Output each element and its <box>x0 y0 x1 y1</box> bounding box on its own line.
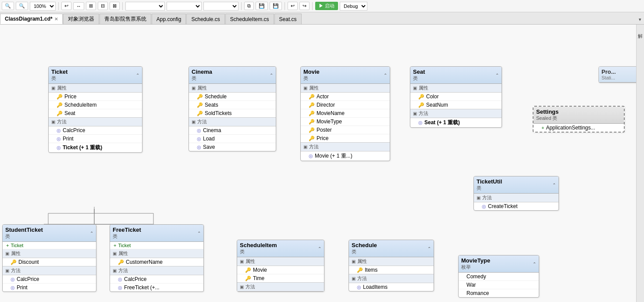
circle-icon: ◎ <box>57 128 61 133</box>
circle-icon: ◎ <box>11 285 15 291</box>
ticket-attr-label: 属性 <box>57 85 67 91</box>
cinema-attr-label: 属性 <box>197 85 207 91</box>
movie-collapse[interactable]: ⌃ <box>384 73 387 78</box>
undo2-button[interactable]: ↩ <box>288 2 298 10</box>
save-all-button[interactable]: 💾 <box>270 2 282 10</box>
zoom-out-button[interactable]: 🔍 <box>16 2 28 10</box>
zoom-level-select[interactable]: 100% <box>30 2 56 11</box>
schedule-header: Schedule 类 ⌃ <box>349 240 434 257</box>
scheduleitem-attr-toggle[interactable]: ▣ <box>240 259 244 264</box>
close-classdiagram-icon[interactable]: ✕ <box>54 17 58 22</box>
schedule-attr-toggle[interactable]: ▣ <box>352 259 356 264</box>
movie-attr-price: 🔑 Price <box>301 134 390 142</box>
platform-select[interactable] <box>203 2 238 11</box>
ticket-attributes-header: ▣ 属性 <box>49 84 142 93</box>
undo-button[interactable]: ↩ <box>61 2 71 10</box>
diagram-canvas[interactable]: Ticket 类 ⌃ ▣ 属性 🔑 Price 🔑 ScheduleItem <box>0 25 636 302</box>
scheduleitem-collapse[interactable]: ⌃ <box>318 246 321 251</box>
freeticket-collapse[interactable]: ⌃ <box>197 231 201 236</box>
grid-button[interactable]: ⊞ <box>86 2 96 10</box>
key-icon: 🔑 <box>357 267 363 273</box>
copy-button[interactable]: ⧉ <box>244 2 254 10</box>
ticket-methods-section: ▣ 方法 ◎ CalcPrice ◎ Print ◎ Ticket (+ 1 重… <box>49 118 142 152</box>
schedule-method-loaditems: ◎ LoadItems <box>349 283 434 291</box>
schedule-methods-section: ▣ 方法 ◎ LoadItems <box>349 274 434 291</box>
circle-icon: ◎ <box>57 136 61 142</box>
freeticket-attr-toggle[interactable]: ▣ <box>113 251 117 256</box>
ticket-title: Ticket <box>51 68 68 75</box>
ticketutil-method-toggle[interactable]: ▣ <box>477 195 480 200</box>
studentticket-method-print: ◎ Print <box>3 284 96 291</box>
movie-method-toggle[interactable]: ▣ <box>303 144 307 149</box>
target-select[interactable] <box>125 2 165 11</box>
cinema-collapse[interactable]: ⌃ <box>270 73 273 78</box>
circle-icon: ◎ <box>418 120 423 126</box>
tab-overflow[interactable]: ▾ <box>636 15 644 24</box>
tab-cinematicket[interactable]: 青岛影院售票系统 <box>100 14 151 24</box>
key-icon: 🔑 <box>309 136 315 141</box>
tab-objectbrowser[interactable]: 对象浏览器 <box>63 14 99 24</box>
tab-seatcs-label: Seat.cs <box>279 16 297 22</box>
movie-poster: Poster <box>317 127 332 133</box>
ticket-methods-header: ▣ 方法 <box>49 118 142 126</box>
freeticket-method-toggle[interactable]: ▣ <box>113 268 117 273</box>
movie-methods-header: ▣ 方法 <box>301 143 390 151</box>
movietype-title: MovieType <box>461 257 490 264</box>
key-icon: 🔑 <box>118 259 124 265</box>
ticketutil-collapse[interactable]: ⌃ <box>552 183 556 187</box>
ticket-attr-toggle[interactable]: ▣ <box>51 86 55 90</box>
studentticket-collapse[interactable]: ⌃ <box>90 231 93 236</box>
cinema-method-save: ◎ Save <box>189 143 276 151</box>
tab-schedulecs[interactable]: Schedule.cs <box>186 14 224 24</box>
separator-5 <box>312 2 313 10</box>
fit-button[interactable]: ↔ <box>73 2 84 10</box>
movietype-collapse[interactable]: ⌃ <box>533 262 536 266</box>
scheduleitem-class: ScheduleItem 类 ⌃ ▣ 属性 🔑 Movie 🔑 Time <box>237 240 324 292</box>
movie-attr-toggle[interactable]: ▣ <box>303 86 307 90</box>
schedule-class: Schedule 类 ⌃ ▣ 属性 🔑 Items ▣ 方法 <box>349 240 434 291</box>
key-icon: 🔑 <box>309 127 315 133</box>
ticket-method-toggle[interactable]: ▣ <box>51 119 55 124</box>
export-button[interactable]: ⊠ <box>110 2 120 10</box>
layout-button[interactable]: ⊟ <box>98 2 108 10</box>
run-button[interactable]: ▶ 启动 <box>315 2 338 10</box>
schedule-collapse[interactable]: ⌃ <box>427 246 431 251</box>
settings-title: Settings <box>536 108 559 115</box>
ticket-collapse[interactable]: ⌃ <box>136 73 139 78</box>
tab-classdiagram[interactable]: ClassDiagram1.cd* ✕ <box>0 14 63 24</box>
scheduleitem-method-toggle[interactable]: ▣ <box>240 284 244 289</box>
studentticket-type: 类 <box>5 233 43 240</box>
studentticket-method-toggle[interactable]: ▣ <box>5 268 9 273</box>
movie-attributes-section: ▣ 属性 🔑 Actor 🔑 Director 🔑 MovieName 🔑 <box>301 84 390 143</box>
seat-attr-label: 属性 <box>419 85 428 91</box>
save-button[interactable]: 💾 <box>256 2 268 10</box>
schedule-items: Items <box>365 267 377 273</box>
tab-seatcs[interactable]: Seat.cs <box>274 14 302 24</box>
studentticket-attr-toggle[interactable]: ▣ <box>5 251 9 256</box>
seat-collapse[interactable]: ⌃ <box>495 73 499 78</box>
key-icon: 🔑 <box>57 94 63 100</box>
config-select[interactable] <box>167 2 202 11</box>
cinema-attr-toggle[interactable]: ▣ <box>192 86 196 90</box>
movie-actor: Actor <box>317 93 329 100</box>
schedule-method-label: 方法 <box>357 275 367 282</box>
tab-appconfig[interactable]: App.config <box>152 14 186 24</box>
movie-attr-moviename: 🔑 MovieName <box>301 109 390 118</box>
seat-attr-color: 🔑 Color <box>410 93 502 101</box>
schedule-method-toggle[interactable]: ▣ <box>352 276 356 281</box>
cinema-attr-seats: 🔑 Seats <box>189 101 276 109</box>
studentticket-print: Print <box>17 284 28 291</box>
cinema-method-toggle[interactable]: ▣ <box>192 119 196 124</box>
seat-attr-toggle[interactable]: ▣ <box>413 86 417 90</box>
redo-button[interactable]: ↪ <box>299 2 310 10</box>
tab-scheduleitemcs[interactable]: ScheduleItem.cs <box>225 14 274 24</box>
seat-seatnum: SeatNum <box>426 102 448 108</box>
debug-select[interactable]: Debug <box>340 2 367 11</box>
movie-attr-actor: 🔑 Actor <box>301 93 390 101</box>
circle-icon: ◎ <box>118 285 122 291</box>
seat-method-toggle[interactable]: ▣ <box>413 111 417 116</box>
ticketutil-method1: CreateTicket <box>488 203 518 209</box>
zoom-in-button[interactable]: 🔍 <box>2 2 14 10</box>
movie-attr-poster: 🔑 Poster <box>301 126 390 134</box>
ticketutil-class: TicketUtil 类 ⌃ ▣ 方法 ◎ CreateTicket <box>473 176 559 211</box>
